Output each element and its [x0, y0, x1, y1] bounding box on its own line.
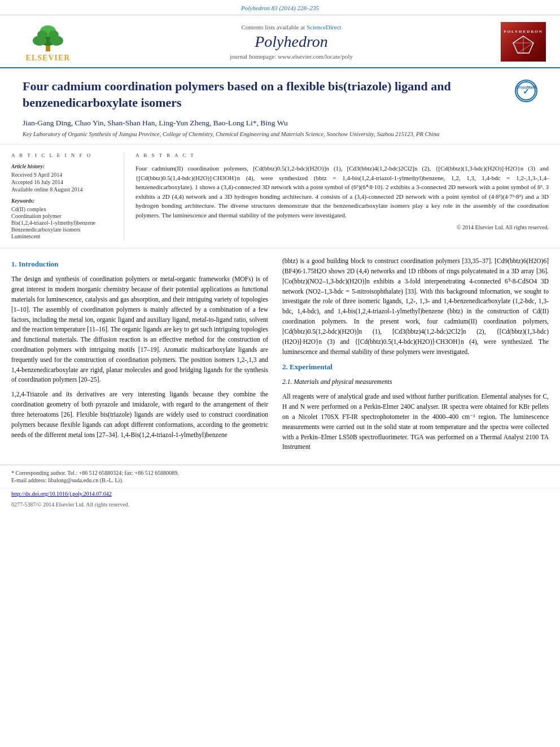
article-info-abstract-section: A R T I C L E I N F O Article history: R…	[0, 145, 560, 248]
experimental-para: All reagents were of analytical grade an…	[282, 392, 549, 452]
polyhedron-logo-box: POLYHEDRON	[501, 22, 546, 62]
experimental-sub-heading: 2.1. Materials and physical measurements	[282, 377, 549, 387]
journal-title-center: Contents lists available at ScienceDirec…	[85, 24, 498, 60]
journal-homepage: journal homepage: www.elsevier.com/locat…	[85, 53, 498, 60]
journal-header: Polyhedron 83 (2014) 228–235	[0, 0, 560, 15]
polyhedron-shape-icon	[512, 35, 535, 55]
crossmark: CrossMark ✓	[515, 80, 537, 102]
svg-point-5	[37, 30, 47, 38]
svg-point-6	[49, 30, 59, 38]
article-info-col: A R T I C L E I N F O Article history: R…	[11, 152, 124, 240]
footnote-section: * Corresponding author. Tel.: +86 512 65…	[0, 465, 560, 488]
experimental-section-title: 2. Experimental	[282, 361, 549, 373]
corresponding-author: * Corresponding author. Tel.: +86 512 65…	[11, 470, 549, 476]
elsevier-logo-area: ELSEVIER	[11, 21, 85, 63]
journal-name: Polyhedron	[85, 33, 498, 51]
intro-para-2: 1,2,4-Triazole and its derivatives are v…	[11, 390, 268, 440]
content-header: ELSEVIER Contents lists available at Sci…	[0, 15, 560, 68]
elsevier-wordmark: ELSEVIER	[26, 54, 71, 63]
doi-link[interactable]: http://dx.doi.org/10.1016/j.poly.2014.07…	[11, 491, 112, 497]
polyhedron-logo-area: POLYHEDRON	[498, 22, 549, 62]
keyword-3: Bis(1,2,4-triazol-1-ylmethyl)benzene	[11, 220, 115, 226]
article-title-section: CrossMark ✓ Four cadmium coordination po…	[0, 68, 560, 145]
right-para-1: (bbtz) is a good building block to const…	[282, 256, 549, 357]
intro-section-title: 1. Introduction	[11, 259, 268, 270]
doi-section[interactable]: http://dx.doi.org/10.1016/j.poly.2014.07…	[0, 488, 560, 499]
polyhedron-logo-title: POLYHEDRON	[504, 29, 543, 34]
intro-para-1: The design and synthesis of coordination…	[11, 274, 268, 385]
keyword-5: Luminescent	[11, 233, 115, 239]
abstract-col: A B S T R A C T Four cadmium(II) coordin…	[124, 152, 549, 240]
elsevier-tree-icon	[25, 21, 71, 52]
keyword-2: Coordination polymer	[11, 213, 115, 219]
abstract-heading: A B S T R A C T	[135, 152, 549, 158]
keyword-4: Benzenedicarboxylate isomers	[11, 226, 115, 233]
sciencedirect-link: Contents lists available at ScienceDirec…	[85, 24, 498, 30]
affiliation: Key Laboratory of Organic Synthesis of J…	[23, 131, 537, 137]
abstract-text: Four cadmium(II) coordination polymers, …	[135, 164, 549, 220]
sciencedirect-anchor[interactable]: ScienceDirect	[307, 24, 342, 30]
svg-text:✓: ✓	[523, 87, 530, 96]
keywords-label: Keywords:	[11, 198, 115, 204]
journal-ref: Polyhedron 83 (2014) 228–235	[241, 5, 319, 11]
body-section: 1. Introduction The design and synthesis…	[0, 248, 560, 465]
received-date: Received 9 April 2014	[11, 172, 115, 178]
email-footnote: E-mail address: libalong@suda.edu.cn (B.…	[11, 477, 549, 483]
page-wrapper: Polyhedron 83 (2014) 228–235 ELSEVIER Co…	[0, 0, 560, 512]
authors: Jian-Gang Ding, Chao Yin, Shan-Shan Han,…	[23, 119, 537, 128]
crossmark-icon: CrossMark ✓	[515, 80, 537, 102]
article-info-heading: A R T I C L E I N F O	[11, 152, 115, 158]
article-history-label: Article history:	[11, 164, 115, 169]
copyright-bottom: 0277-5387/© 2014 Elsevier Ltd. All right…	[0, 499, 560, 512]
accepted-date: Accepted 16 July 2014	[11, 179, 115, 185]
body-right-col: (bbtz) is a good building block to const…	[277, 256, 549, 457]
available-date: Available online 8 August 2014	[11, 186, 115, 193]
keyword-1: Cd(II) complex	[11, 206, 115, 212]
abstract-copyright: © 2014 Elsevier Ltd. All rights reserved…	[135, 224, 549, 230]
body-left-col: 1. Introduction The design and synthesis…	[11, 256, 277, 457]
crossmark-svg-icon: CrossMark ✓	[516, 81, 536, 101]
article-title: Four cadmium coordination polymers based…	[23, 78, 537, 111]
